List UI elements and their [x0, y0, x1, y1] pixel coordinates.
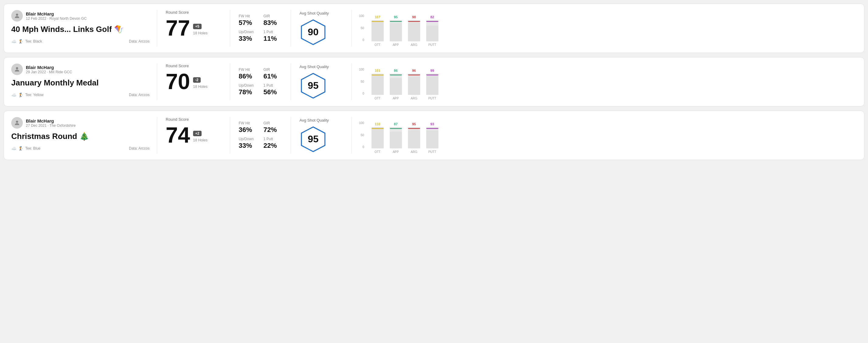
score-section: Round Score 74 +2 18 Holes	[157, 117, 230, 154]
updown-label: Up/Down	[239, 30, 257, 34]
bar-indicator-line	[408, 74, 420, 75]
y-axis: 100 50 0	[359, 68, 364, 95]
weather-icon: ☁️	[11, 146, 17, 151]
bar-group-putt: 93 PUTT	[426, 122, 438, 154]
round-title: 40 Mph Winds... Links Golf 🪁	[11, 25, 150, 34]
hexagon-quality: 90	[300, 19, 327, 46]
tee-label: Tee: Blue	[25, 146, 40, 151]
gir-stat: GIR 61%	[264, 67, 282, 80]
gir-stat: GIR 83%	[264, 14, 282, 27]
score-row: 77 +5 18 Holes	[166, 17, 221, 39]
updown-label: Up/Down	[239, 83, 257, 88]
avatar	[11, 10, 23, 22]
round-title: January Monthly Medal	[11, 78, 150, 88]
gir-label: GIR	[264, 67, 282, 72]
big-score: 70	[166, 70, 190, 92]
bar-chart: 100 50 0 107 OTT 95 APP 98	[359, 10, 852, 46]
bar-value-app: 87	[394, 122, 398, 126]
bar-fill-bg	[408, 76, 420, 95]
bar-fill-bg	[426, 76, 438, 95]
gir-label: GIR	[264, 14, 282, 18]
hexagon-quality: 95	[300, 72, 327, 99]
bar-axis-label: OTT	[375, 43, 381, 46]
big-score: 74	[166, 124, 190, 146]
user-name: Blair McHarg	[26, 11, 87, 17]
round-card-1: Blair McHarg 12 Feb 2022 · Royal North D…	[4, 4, 864, 53]
bar-value-app: 86	[394, 69, 398, 72]
bar-group-ott: 107 OTT	[372, 15, 384, 46]
bar-group-arg: 98 ARG	[408, 15, 420, 46]
weather-icon: ☁️	[11, 92, 17, 97]
bar-value-putt: 93	[431, 122, 434, 126]
bar-group-putt: 82 PUTT	[426, 15, 438, 46]
avg-quality-label: Avg Shot Quality	[300, 64, 329, 69]
bar-axis-label: OTT	[375, 150, 381, 154]
svg-point-2	[16, 67, 18, 69]
data-source: Data: Arccos	[129, 39, 150, 43]
bar-axis-label: PUTT	[428, 150, 436, 154]
updown-stat: Up/Down 78%	[239, 83, 257, 96]
one-putt-label: 1 Putt	[264, 30, 282, 34]
updown-value: 33%	[239, 142, 257, 150]
tee-label: Tee: Black	[25, 39, 42, 43]
bar-indicator-line	[372, 21, 384, 22]
chart-section: 100 50 0 101 OTT 86 APP 96	[352, 64, 857, 100]
bar-axis-label: ARG	[411, 97, 417, 100]
user-date: 27 Dec 2021 · The Oxfordshire	[26, 123, 76, 128]
avg-quality-label: Avg Shot Quality	[300, 118, 329, 123]
one-putt-stat: 1 Putt 11%	[264, 30, 282, 42]
score-badge: +2	[193, 131, 202, 136]
score-row: 74 +2 18 Holes	[166, 124, 221, 146]
bar-value-arg: 98	[412, 15, 416, 19]
bottom-row: ☁️ 🏌️ Tee: Black Data: Arccos	[11, 39, 150, 44]
y-axis: 100 50 0	[359, 121, 364, 149]
fw-hit-label: FW Hit	[239, 14, 257, 18]
holes-label: 18 Holes	[193, 31, 207, 35]
bar-axis-label: APP	[393, 43, 399, 46]
bar-chart: 100 50 0 101 OTT 86 APP 96	[359, 64, 852, 100]
bar-value-ott: 110	[375, 122, 380, 126]
bar-group-app: 87 APP	[390, 122, 402, 154]
tee-info: ☁️ 🏌️ Tee: Blue	[11, 146, 40, 151]
fw-hit-label: FW Hit	[239, 67, 257, 72]
holes-label: 18 Holes	[193, 138, 207, 142]
bar-indicator-line	[426, 21, 438, 22]
round-score-label: Round Score	[166, 117, 221, 122]
bar-track-app	[390, 127, 402, 148]
gir-value: 83%	[264, 19, 282, 27]
bar-group-ott: 110 OTT	[372, 122, 384, 154]
bar-track-ott	[372, 73, 384, 95]
bar-track-arg	[408, 127, 420, 148]
bar-track-arg	[408, 73, 420, 95]
round-left-section: Blair McHarg 29 Jan 2022 · Mill Ride GCC…	[11, 64, 157, 100]
bar-value-app: 95	[394, 15, 398, 19]
bar-group-putt: 99 PUTT	[426, 69, 438, 100]
hex-score: 95	[308, 80, 319, 91]
user-info: Blair McHarg 27 Dec 2021 · The Oxfordshi…	[26, 118, 76, 128]
bar-fill-bg	[390, 132, 402, 148]
score-section: Round Score 77 +5 18 Holes	[157, 10, 230, 46]
user-row: Blair McHarg 12 Feb 2022 · Royal North D…	[11, 10, 150, 22]
gir-label: GIR	[264, 121, 282, 125]
data-source: Data: Arccos	[129, 93, 150, 97]
updown-label: Up/Down	[239, 137, 257, 141]
stats-section: FW Hit 86% GIR 61% Up/Down 78% 1 Putt 56…	[230, 64, 291, 100]
bar-track-putt	[426, 20, 438, 41]
one-putt-value: 22%	[264, 142, 282, 150]
updown-stat: Up/Down 33%	[239, 30, 257, 42]
user-name: Blair McHarg	[26, 65, 72, 70]
score-section: Round Score 70 -2 18 Holes	[157, 64, 230, 100]
bar-indicator-line	[390, 74, 402, 75]
bar-track-ott	[372, 20, 384, 41]
fw-hit-value: 57%	[239, 19, 257, 27]
stats-grid: FW Hit 36% GIR 72% Up/Down 33% 1 Putt 22…	[239, 121, 282, 150]
hex-score: 95	[308, 133, 319, 145]
bar-track-app	[390, 20, 402, 41]
tee-info: ☁️ 🏌️ Tee: Yellow	[11, 92, 43, 97]
one-putt-label: 1 Putt	[264, 83, 282, 88]
big-score: 77	[166, 17, 190, 39]
score-row: 70 -2 18 Holes	[166, 70, 221, 92]
bar-axis-label: OTT	[375, 97, 381, 100]
bar-axis-label: ARG	[411, 43, 417, 46]
bar-value-putt: 99	[431, 69, 434, 72]
